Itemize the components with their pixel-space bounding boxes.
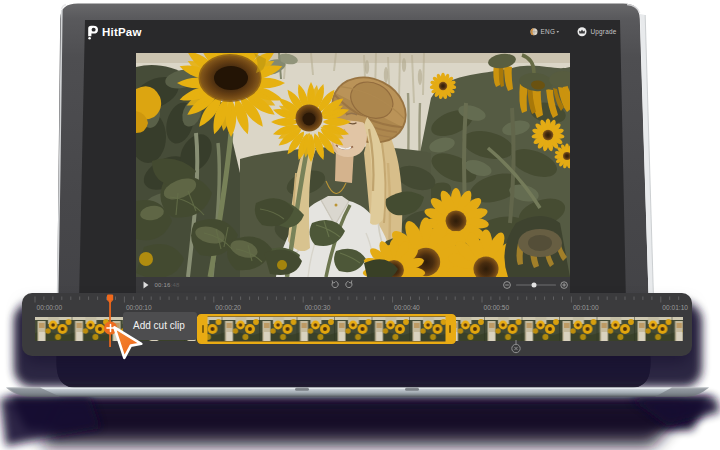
svg-text:ENG: ENG — [541, 28, 556, 35]
svg-text:Upgrade: Upgrade — [591, 28, 617, 36]
svg-text:00:01:10: 00:01:10 — [662, 304, 688, 311]
svg-text:00:00:40: 00:00:40 — [394, 304, 420, 311]
svg-text:HitPaw: HitPaw — [102, 26, 142, 38]
svg-text:00:00:10: 00:00:10 — [126, 304, 152, 311]
svg-text:00:00:50: 00:00:50 — [484, 304, 510, 311]
svg-text:00:16:48: 00:16:48 — [155, 282, 180, 288]
svg-text:00:00:20: 00:00:20 — [215, 304, 241, 311]
svg-text:00:00:00: 00:00:00 — [37, 304, 63, 311]
svg-text:00:00:30: 00:00:30 — [305, 304, 331, 311]
svg-text:00:01:00: 00:01:00 — [573, 304, 599, 311]
